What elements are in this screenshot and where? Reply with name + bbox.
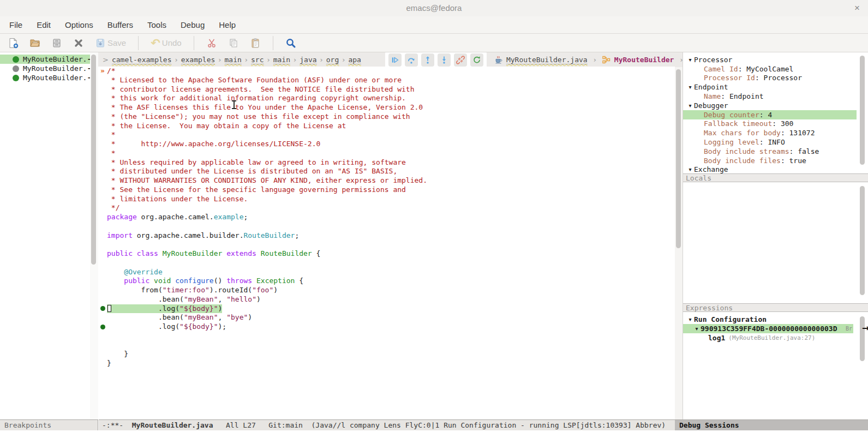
continue-button[interactable] (388, 53, 402, 67)
tree-kv-row[interactable]: Body include files: true (683, 156, 868, 165)
tree-kv-row[interactable]: Logging level: INFO (683, 137, 868, 147)
tree-value: Endpoint (729, 92, 764, 100)
tree-kv-row[interactable]: Fallback timeout: 300 (683, 119, 868, 129)
code-line: * The ASF licenses this file to You unde… (98, 103, 675, 112)
close-icon[interactable]: × (851, 2, 864, 15)
undo-button[interactable]: ↶ Undo (151, 38, 181, 49)
fringe (98, 332, 107, 341)
menu-item-file[interactable]: File (2, 16, 29, 34)
step-into-button[interactable] (438, 53, 451, 67)
breadcrumb-item-org[interactable]: org (326, 56, 339, 64)
modeline-breakpoints[interactable]: Breakpoints (0, 419, 98, 430)
tree-kv-row[interactable]: Camel Id: MyCoolCamel (683, 64, 868, 74)
code-text: } (107, 359, 111, 368)
breadcrumb-item-java[interactable]: java (300, 56, 316, 64)
collapse-triangle-icon[interactable]: ▾ (686, 316, 694, 322)
breakpoint-list-item[interactable]: MyRouteBuilder.→ (0, 55, 90, 64)
title-bar[interactable]: emacs@fedora × (0, 0, 868, 17)
modeline-main[interactable]: -:**- MyRouteBuilder.java All L27 Git:ma… (99, 419, 675, 430)
code-editor[interactable]: »/* * Licensed to the Apache Software Fo… (98, 67, 675, 419)
fringe (98, 103, 107, 112)
breadcrumb-file[interactable]: MyRouteBuilder.java (506, 56, 588, 64)
tree-kv-row[interactable]: Processor Id: Processor (683, 74, 868, 83)
search-button[interactable] (285, 38, 296, 49)
new-file-icon (8, 38, 19, 49)
collapse-triangle-icon[interactable]: ▾ (686, 57, 694, 63)
breakpoint-list-item[interactable]: MyRouteBuilder.→ (0, 64, 90, 73)
tree-group-row[interactable]: ▾Exchange (683, 165, 868, 175)
tree-scrollbar[interactable] (860, 56, 865, 165)
copy-button[interactable] (228, 38, 239, 49)
menu-item-help[interactable]: Help (212, 16, 243, 34)
breadcrumb-class[interactable]: MyRouteBuilder (614, 56, 674, 64)
wrap-indicator-icon: » (98, 67, 107, 76)
tree-kv-row[interactable]: Name: Endpoint (683, 92, 868, 101)
disconnect-button[interactable] (454, 53, 467, 67)
fringe (98, 313, 107, 322)
disconnect-icon (456, 56, 465, 64)
code-line: * Unless required by applicable law or a… (98, 158, 675, 167)
fringe (98, 322, 107, 332)
continue-icon (391, 56, 399, 64)
debug-sessions-header[interactable]: Debug Sessions (675, 419, 868, 430)
toolbar-separator (194, 36, 194, 50)
breakpoint-icon[interactable] (100, 306, 105, 311)
echo-area[interactable] (0, 431, 868, 444)
debug-session-row[interactable]: ▾ 990913C359FF4DB-000000000000003D Br (683, 324, 853, 333)
tree-kv-row[interactable]: Body include streams: false (683, 147, 868, 156)
tree-kv-row[interactable]: Max chars for body: 131072 (683, 128, 868, 137)
breadcrumb-separator: › (320, 56, 323, 64)
breadcrumb-separator: › (267, 56, 270, 64)
collapse-triangle-icon[interactable]: ▾ (686, 84, 694, 90)
toolbar-separator (138, 36, 139, 50)
collapse-triangle-icon[interactable]: ▾ (686, 166, 694, 172)
tree-group-label: Processor (694, 56, 732, 64)
tree-group-row[interactable]: ▾Processor (683, 55, 868, 64)
breadcrumb-item-apa[interactable]: apa (348, 56, 361, 64)
tree-kv-row[interactable]: Debug counter: 4 (683, 110, 857, 119)
collapse-triangle-icon[interactable]: ▾ (693, 326, 701, 332)
open-file-button[interactable] (29, 38, 40, 49)
dired-button[interactable] (51, 38, 62, 49)
breadcrumb-lead: > (103, 56, 109, 64)
paste-button[interactable] (250, 38, 261, 49)
menu-item-edit[interactable]: Edit (29, 16, 58, 34)
breadcrumb-item-main[interactable]: main (273, 56, 290, 64)
tree-group-row[interactable]: ▾Endpoint (683, 82, 868, 92)
breadcrumb-item-camel-examples[interactable]: camel-examples (112, 56, 172, 64)
breadcrumb-item-main[interactable]: main (225, 56, 242, 64)
log-expression-row[interactable]: log1 (MyRouteBuilder.java:27) (683, 333, 868, 343)
modeline-buffer-name: MyRouteBuilder.java (132, 421, 213, 429)
sidebar-scrollbar[interactable] (90, 52, 98, 419)
fringe (98, 268, 107, 277)
breakpoint-list-item[interactable]: MyRouteBuilder.→ (0, 73, 90, 82)
menu-item-debug[interactable]: Debug (173, 16, 212, 34)
code-scrollbar[interactable] (675, 67, 683, 419)
cut-button[interactable] (206, 38, 217, 49)
search-icon (285, 38, 296, 49)
code-text: .log("${body}") (107, 304, 222, 314)
save-button[interactable]: Save (95, 38, 126, 49)
breadcrumb-separator: › (342, 56, 345, 64)
menu-item-buffers[interactable]: Buffers (100, 16, 140, 34)
step-over-button[interactable] (405, 53, 418, 67)
fringe (98, 112, 107, 122)
close-buffer-button[interactable] (73, 38, 84, 49)
menu-item-tools[interactable]: Tools (140, 16, 173, 34)
breakpoint-icon[interactable] (100, 325, 105, 329)
restart-button[interactable] (470, 53, 483, 67)
menu-item-options[interactable]: Options (58, 16, 100, 34)
tree-group-row[interactable]: ▾Debugger (683, 101, 868, 110)
code-text: * Unless required by applicable law or a… (107, 158, 406, 167)
collapse-triangle-icon[interactable]: ▾ (686, 103, 694, 109)
emacs-window: emacs@fedora × FileEditOptionsBuffersToo… (0, 0, 868, 444)
locals-scrollbar[interactable] (860, 186, 865, 295)
new-file-button[interactable] (8, 38, 19, 49)
breadcrumb-item-src[interactable]: src (251, 56, 264, 64)
fringe (98, 341, 107, 350)
fringe (98, 213, 107, 222)
run-configuration-row[interactable]: ▾ Run Configuration (683, 315, 868, 324)
step-out-button[interactable] (421, 53, 434, 67)
code-line: @Override (98, 268, 675, 277)
breadcrumb-item-examples[interactable]: examples (181, 56, 215, 64)
